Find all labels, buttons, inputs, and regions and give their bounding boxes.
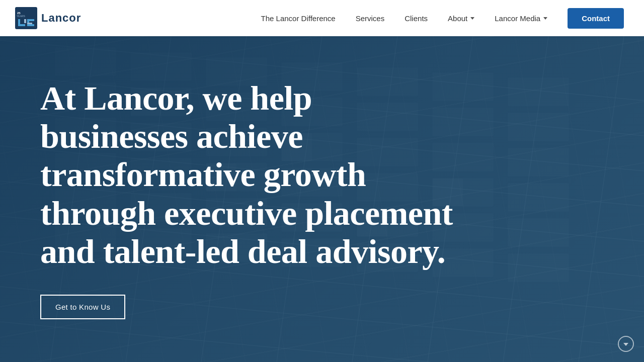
about-chevron-down-icon (470, 17, 474, 20)
get-to-know-us-button[interactable]: Get to Know Us (40, 295, 125, 319)
contact-button[interactable]: Contact (568, 8, 624, 29)
scroll-down-button[interactable] (618, 336, 634, 352)
hero-content: At Lancor, we help businesses achieve tr… (0, 36, 644, 362)
nav-item-clients[interactable]: Clients (396, 9, 436, 28)
lancor-media-chevron-down-icon (543, 17, 547, 20)
nav-item-about[interactable]: About (440, 9, 482, 28)
hero-heading: At Lancor, we help businesses achieve tr… (40, 79, 453, 270)
nav-links: The Lancor Difference Services Clients A… (253, 8, 624, 29)
svg-text:YEARS: YEARS (17, 15, 26, 18)
hero-section: 25 YEARS Lancor The Lancor Difference Se… (0, 0, 644, 362)
logo-text: Lancor (41, 12, 81, 25)
svg-rect-4 (18, 24, 25, 26)
svg-rect-9 (27, 24, 34, 26)
navbar: 25 YEARS Lancor The Lancor Difference Se… (0, 0, 644, 36)
svg-rect-5 (24, 19, 26, 23)
scroll-down-icon (623, 343, 628, 346)
svg-rect-7 (27, 19, 34, 21)
nav-item-lancor-media[interactable]: Lancor Media (487, 9, 555, 28)
nav-item-services[interactable]: Services (348, 9, 393, 28)
logo[interactable]: 25 YEARS Lancor (15, 7, 81, 29)
logo-icon: 25 YEARS (15, 7, 37, 29)
nav-item-the-lancor-difference[interactable]: The Lancor Difference (253, 9, 344, 28)
